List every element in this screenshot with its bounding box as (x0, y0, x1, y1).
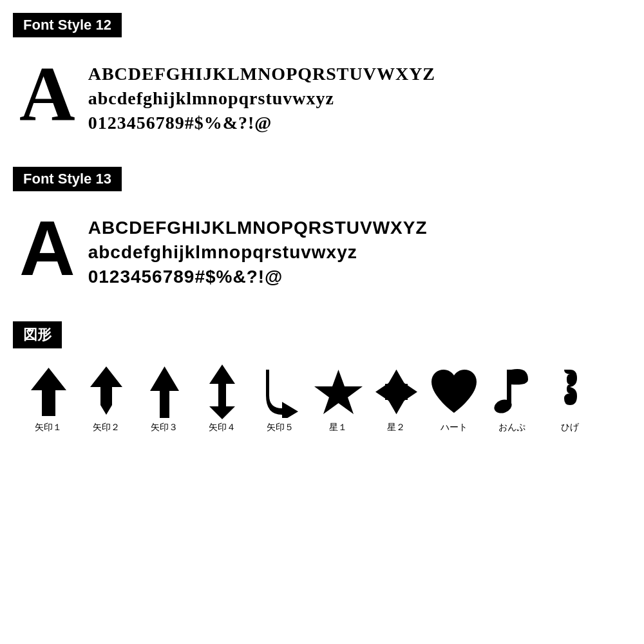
font-style-13-line-3: 0123456789#$%&?!@ (88, 265, 428, 289)
font-style-12-line-2: abcdefghijklmnopqrstuvwxyz (88, 86, 435, 111)
note-icon (493, 366, 531, 418)
svg-marker-2 (100, 405, 112, 415)
arrow1-icon (31, 366, 66, 418)
shape-star1: 星１ (309, 366, 367, 433)
font-style-12-line-1: ABCDEFGHIJKLMNOPQRSTUVWXYZ (88, 62, 435, 86)
font-style-13-header: Font Style 13 (13, 167, 122, 191)
heart-label: ハート (440, 422, 468, 433)
arrow2-icon (90, 366, 122, 418)
star2-label: 星２ (387, 422, 405, 433)
shape-heart: ハート (425, 366, 483, 433)
arrow4-label: 矢印４ (209, 422, 236, 433)
svg-marker-3 (150, 366, 179, 418)
shape-mustache: ひげ (541, 366, 599, 433)
mustache-label: ひげ (561, 422, 579, 433)
svg-rect-16 (507, 370, 511, 405)
font-style-12-demo: A ABCDEFGHIJKLMNOPQRSTUVWXYZ abcdefghijk… (13, 49, 631, 147)
arrow3-label: 矢印３ (151, 422, 178, 433)
svg-marker-5 (209, 398, 235, 419)
arrow5-label: 矢印５ (267, 422, 294, 433)
star1-icon (314, 366, 363, 418)
star1-label: 星１ (329, 422, 347, 433)
note-label: おんぷ (498, 422, 526, 433)
arrow5-icon (263, 366, 298, 418)
font-style-13-char-lines: ABCDEFGHIJKLMNOPQRSTUVWXYZ abcdefghijklm… (88, 209, 428, 289)
font-style-12-header: Font Style 12 (13, 13, 122, 37)
heart-icon (428, 366, 480, 418)
svg-marker-4 (209, 365, 235, 398)
shape-arrow1: 矢印１ (19, 366, 77, 433)
shape-arrow5: 矢印５ (251, 366, 309, 433)
svg-marker-1 (90, 366, 122, 405)
arrow3-icon (150, 366, 179, 418)
shapes-header: 図形 (13, 321, 62, 348)
arrow4-icon (209, 366, 235, 418)
font-style-13-big-letter: A (19, 209, 75, 287)
font-style-13-line-1: ABCDEFGHIJKLMNOPQRSTUVWXYZ (88, 216, 428, 240)
font-style-12-big-letter: A (19, 55, 75, 133)
font-style-13-section: Font Style 13 A ABCDEFGHIJKLMNOPQRSTUVWX… (13, 167, 631, 301)
mustache-icon (559, 366, 582, 418)
font-style-12-char-lines: ABCDEFGHIJKLMNOPQRSTUVWXYZ abcdefghijklm… (88, 55, 435, 135)
shape-arrow2: 矢印２ (77, 366, 135, 433)
star2-icon (372, 366, 421, 418)
svg-marker-0 (31, 368, 66, 416)
arrow2-label: 矢印２ (93, 422, 120, 433)
font-style-12-section: Font Style 12 A ABCDEFGHIJKLMNOPQRSTUVWX… (13, 13, 631, 147)
shapes-row: 矢印１ 矢印２ 矢印３ (13, 360, 631, 433)
shape-star2: 星２ (367, 366, 425, 433)
font-style-13-demo: A ABCDEFGHIJKLMNOPQRSTUVWXYZ abcdefghijk… (13, 203, 631, 301)
shape-note: おんぷ (483, 366, 541, 433)
shapes-section: 図形 矢印１ 矢印２ (13, 321, 631, 433)
arrow1-label: 矢印１ (35, 422, 62, 433)
font-style-12-line-3: 0123456789#$%&?!@ (88, 111, 435, 135)
font-style-13-line-2: abcdefghijklmnopqrstuvwxyz (88, 240, 428, 265)
svg-rect-15 (385, 384, 408, 400)
shape-arrow4: 矢印４ (193, 366, 251, 433)
shape-arrow3: 矢印３ (135, 366, 193, 433)
svg-marker-6 (314, 370, 363, 414)
